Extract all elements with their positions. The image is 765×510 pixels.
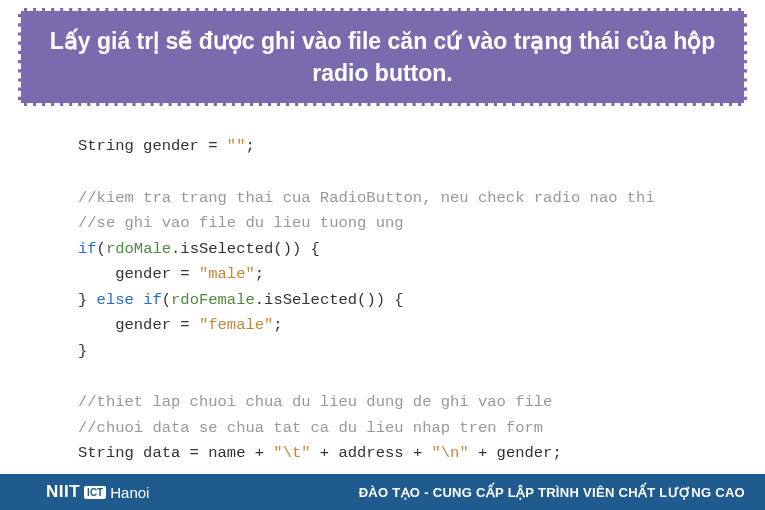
header-banner: Lấy giá trị sẽ được ghi vào file căn cứ … [18,8,747,106]
code-line-blank [78,160,765,186]
footer-logo: NIIT ICT Hanoi [46,482,149,502]
code-line: } [78,339,765,365]
code-line: gender = "male"; [78,262,765,288]
code-line: gender = "female"; [78,313,765,339]
code-line: if(rdoMale.isSelected()) { [78,237,765,263]
code-line: } else if(rdoFemale.isSelected()) { [78,288,765,314]
footer-bar: NIIT ICT Hanoi ĐÀO TẠO - CUNG CẤP LẬP TR… [0,474,765,510]
header-title: Lấy giá trị sẽ được ghi vào file căn cứ … [41,25,724,89]
code-comment: //se ghi vao file du lieu tuong ung [78,211,765,237]
code-comment: //kiem tra trang thai cua RadioButton, n… [78,186,765,212]
code-comment: //thiet lap chuoi chua du lieu dung de g… [78,390,765,416]
code-line-blank [78,364,765,390]
code-comment: //chuoi data se chua tat ca du lieu nhap… [78,416,765,442]
code-block: String gender = ""; //kiem tra trang tha… [0,106,765,466]
code-line: String gender = ""; [78,134,765,160]
logo-hanoi-text: Hanoi [110,484,149,501]
logo-badge: ICT [84,486,106,499]
logo-niit-text: NIIT [46,482,80,502]
code-line: String data = name + "\t" + address + "\… [78,441,765,467]
footer-tagline: ĐÀO TẠO - CUNG CẤP LẬP TRÌNH VIÊN CHẤT L… [359,485,745,500]
